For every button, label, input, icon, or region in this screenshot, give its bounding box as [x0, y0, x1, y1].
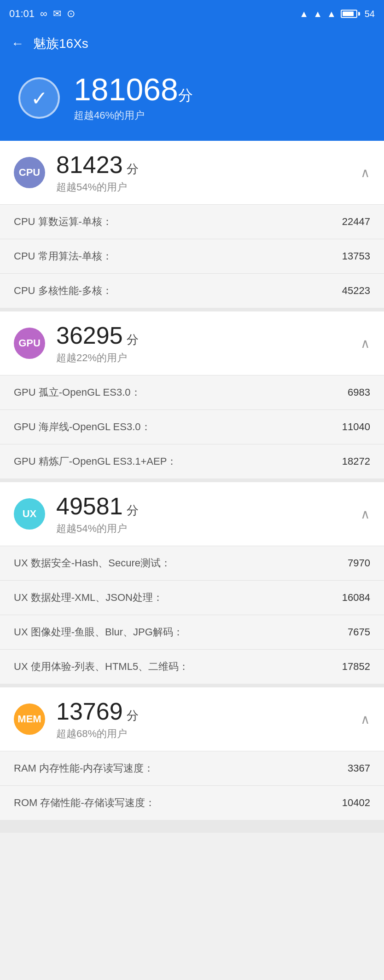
category-section-mem: MEM13769分超越68%的用户∧RAM 内存性能-内存读写速度：3367RO… [0, 687, 384, 820]
bluetooth-icon: ▲ [299, 9, 308, 19]
back-button[interactable]: ← [11, 36, 24, 51]
sub-item-label-ux-3: UX 使用体验-列表、HTML5、二维码： [14, 660, 342, 674]
badge-ux: UX [14, 498, 45, 530]
percentile-ux: 超越54%的用户 [56, 522, 349, 536]
sub-items-ux: UX 数据安全-Hash、Secure测试：7970UX 数据处理-XML、JS… [0, 546, 384, 684]
percentile-gpu: 超越22%的用户 [56, 351, 349, 365]
score-hero: ✓ 181068分 超越46%的用户 [0, 60, 384, 141]
sub-item-value-ux-0: 7970 [348, 557, 370, 569]
sub-item-mem-0: RAM 内存性能-内存读写速度：3367 [0, 751, 384, 785]
score-info-cpu: 81423分超越54%的用户 [56, 151, 349, 194]
battery-icon [341, 10, 360, 18]
sub-item-gpu-0: GPU 孤立-OpenGL ES3.0：6983 [0, 375, 384, 409]
score-info-mem: 13769分超越68%的用户 [56, 698, 349, 741]
sub-items-cpu: CPU 算数运算-单核：22447CPU 常用算法-单核：13753CPU 多核… [0, 204, 384, 308]
sub-item-value-cpu-1: 13753 [342, 250, 370, 262]
sub-item-ux-2: UX 图像处理-鱼眼、Blur、JPG解码：7675 [0, 615, 384, 649]
sub-item-value-gpu-2: 18272 [342, 455, 370, 467]
chevron-icon-cpu: ∧ [361, 165, 370, 180]
wifi-icon: ▲ [313, 9, 322, 19]
sub-item-value-gpu-0: 6983 [348, 386, 370, 398]
score-check-circle: ✓ [18, 77, 60, 119]
time: 01:01 [9, 8, 35, 20]
sub-item-ux-3: UX 使用体验-列表、HTML5、二维码：17852 [0, 649, 384, 684]
status-right: ▲ ▲ ▲ 54 [299, 9, 375, 19]
sub-item-value-cpu-2: 45223 [342, 285, 370, 297]
sub-item-label-cpu-1: CPU 常用算法-单核： [14, 249, 342, 263]
sub-item-label-gpu-2: GPU 精炼厂-OpenGL ES3.1+AEP： [14, 455, 342, 468]
message-icon: ✉ [53, 8, 61, 20]
sub-item-cpu-2: CPU 多核性能-多核：45223 [0, 273, 384, 308]
status-left: 01:01 ∞ ✉ ⊙ [9, 8, 75, 20]
sub-item-value-cpu-0: 22447 [342, 216, 370, 228]
badge-gpu: GPU [14, 328, 45, 359]
score-unit-gpu: 分 [127, 332, 139, 348]
chevron-icon-mem: ∧ [361, 712, 370, 727]
category-header-cpu[interactable]: CPU81423分超越54%的用户∧ [0, 141, 384, 204]
score-value-ux: 49581 [56, 492, 123, 520]
sub-item-value-mem-1: 10402 [342, 797, 370, 809]
percentile-mem: 超越68%的用户 [56, 727, 349, 741]
sub-item-cpu-1: CPU 常用算法-单核：13753 [0, 239, 384, 273]
sub-item-gpu-2: GPU 精炼厂-OpenGL ES3.1+AEP：18272 [0, 444, 384, 478]
score-unit-cpu: 分 [127, 161, 139, 177]
sub-items-mem: RAM 内存性能-内存读写速度：3367ROM 存储性能-存储读写速度：1040… [0, 751, 384, 820]
sub-item-ux-1: UX 数据处理-XML、JSON处理：16084 [0, 580, 384, 615]
sub-item-mem-1: ROM 存储性能-存储读写速度：10402 [0, 785, 384, 820]
battery-level: 54 [365, 9, 375, 19]
score-value-mem: 13769 [56, 698, 123, 725]
page-title: 魅族16Xs [33, 35, 88, 52]
score-info-gpu: 36295分超越22%的用户 [56, 322, 349, 365]
score-unit-mem: 分 [127, 708, 139, 724]
checkmark-icon: ✓ [31, 86, 48, 110]
content: CPU81423分超越54%的用户∧CPU 算数运算-单核：22447CPU 常… [0, 141, 384, 833]
badge-cpu: CPU [14, 157, 45, 188]
sub-item-label-cpu-2: CPU 多核性能-多核： [14, 284, 342, 298]
category-header-ux[interactable]: UX49581分超越54%的用户∧ [0, 482, 384, 546]
sub-item-ux-0: UX 数据安全-Hash、Secure测试：7970 [0, 546, 384, 580]
sub-item-label-ux-2: UX 图像处理-鱼眼、Blur、JPG解码： [14, 625, 348, 639]
chevron-icon-gpu: ∧ [361, 336, 370, 351]
category-section-gpu: GPU36295分超越22%的用户∧GPU 孤立-OpenGL ES3.0：69… [0, 311, 384, 478]
score-info: 181068分 超越46%的用户 [74, 74, 193, 122]
sub-item-label-mem-1: ROM 存储性能-存储读写速度： [14, 796, 342, 810]
sub-item-value-ux-3: 17852 [342, 661, 370, 673]
score-subtitle: 超越46%的用户 [74, 109, 193, 122]
signal-icon: ▲ [327, 9, 336, 19]
score-unit-ux: 分 [127, 502, 139, 519]
sub-item-label-ux-1: UX 数据处理-XML、JSON处理： [14, 591, 342, 605]
infinity-icon: ∞ [40, 8, 47, 20]
header: ← 魅族16Xs [0, 28, 384, 60]
sub-item-value-mem-0: 3367 [348, 762, 370, 774]
status-bar: 01:01 ∞ ✉ ⊙ ▲ ▲ ▲ 54 [0, 0, 384, 28]
sub-item-cpu-0: CPU 算数运算-单核：22447 [0, 204, 384, 239]
sub-item-gpu-1: GPU 海岸线-OpenGL ES3.0：11040 [0, 409, 384, 444]
score-value-gpu: 36295 [56, 322, 123, 349]
chevron-icon-ux: ∧ [361, 507, 370, 522]
score-info-ux: 49581分超越54%的用户 [56, 492, 349, 536]
category-section-ux: UX49581分超越54%的用户∧UX 数据安全-Hash、Secure测试：7… [0, 482, 384, 684]
sub-item-label-mem-0: RAM 内存性能-内存读写速度： [14, 761, 348, 775]
sub-items-gpu: GPU 孤立-OpenGL ES3.0：6983GPU 海岸线-OpenGL E… [0, 375, 384, 478]
score-value-cpu: 81423 [56, 151, 123, 179]
percentile-cpu: 超越54%的用户 [56, 180, 349, 194]
category-header-mem[interactable]: MEM13769分超越68%的用户∧ [0, 687, 384, 751]
sub-item-value-gpu-1: 11040 [342, 421, 370, 433]
category-header-gpu[interactable]: GPU36295分超越22%的用户∧ [0, 311, 384, 375]
sub-item-value-ux-2: 7675 [348, 626, 370, 638]
sub-item-label-gpu-0: GPU 孤立-OpenGL ES3.0： [14, 386, 348, 399]
sub-item-label-cpu-0: CPU 算数运算-单核： [14, 215, 342, 229]
check-icon: ⊙ [67, 8, 75, 20]
category-section-cpu: CPU81423分超越54%的用户∧CPU 算数运算-单核：22447CPU 常… [0, 141, 384, 308]
total-score: 181068分 [74, 74, 193, 105]
sub-item-label-gpu-1: GPU 海岸线-OpenGL ES3.0： [14, 420, 342, 434]
sub-item-value-ux-1: 16084 [342, 592, 370, 604]
badge-mem: MEM [14, 703, 45, 735]
sub-item-label-ux-0: UX 数据安全-Hash、Secure测试： [14, 556, 348, 570]
